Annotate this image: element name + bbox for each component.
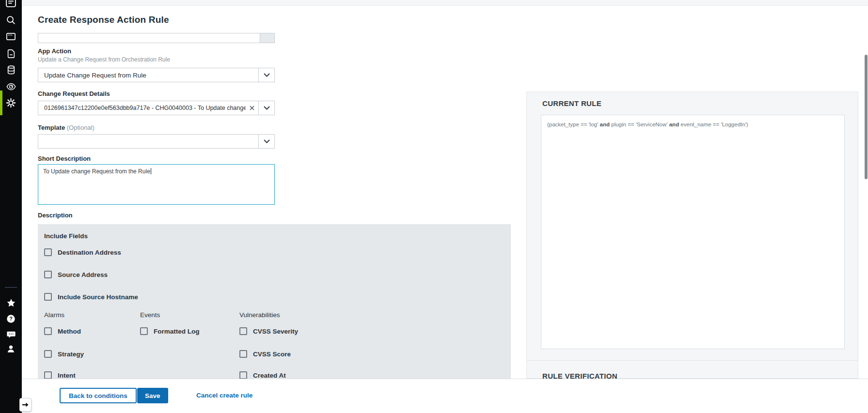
app-action-value: Update Change Request from Rule bbox=[38, 72, 258, 79]
checkbox-row-source-address[interactable]: Source Address bbox=[44, 271, 108, 278]
chevron-down-icon[interactable] bbox=[258, 135, 274, 148]
change-request-details-select[interactable]: 0126961347c12200e0ef563dbb9a717e - CHG00… bbox=[38, 101, 275, 115]
checkbox-label: Created At bbox=[253, 372, 286, 379]
rule-operator: and bbox=[669, 122, 679, 127]
app-action-label: App Action bbox=[38, 47, 71, 55]
left-nav-sidebar: ? bbox=[0, 0, 22, 413]
checkbox-label: CVSS Severity bbox=[253, 328, 298, 335]
page-background-strip bbox=[22, 0, 868, 6]
app-window-icon[interactable] bbox=[5, 31, 16, 42]
create-response-action-rule-page: ? Create Response Action Rule App Action… bbox=[0, 0, 868, 413]
description-include-fields-panel: Include Fields Destination Address Sourc… bbox=[38, 224, 511, 379]
short-description-textarea[interactable]: To Update change Request from the Rule bbox=[38, 164, 275, 205]
chat-feedback-icon[interactable] bbox=[5, 329, 16, 340]
formatted-log-checkbox[interactable] bbox=[140, 327, 148, 335]
save-button[interactable]: Save bbox=[137, 388, 168, 403]
search-icon[interactable] bbox=[5, 15, 16, 26]
star-favorites-icon[interactable] bbox=[5, 297, 16, 308]
description-label: Description bbox=[38, 212, 73, 219]
help-icon[interactable]: ? bbox=[5, 313, 16, 324]
checkbox-label: Intent bbox=[58, 372, 76, 379]
form-footer: Back to conditions Save Cancel create ru… bbox=[22, 379, 868, 413]
checkbox-label: Include Source Hostname bbox=[58, 293, 138, 301]
template-optional-text: (Optional) bbox=[67, 124, 95, 131]
method-checkbox[interactable] bbox=[44, 327, 52, 335]
rule-segment: (packet_type == 'log' bbox=[547, 122, 600, 127]
checkbox-row-cvss-score[interactable]: CVSS Score bbox=[239, 350, 291, 358]
eye-icon[interactable] bbox=[5, 81, 16, 92]
checkbox-label: Formatted Log bbox=[154, 328, 200, 335]
checkbox-label: Method bbox=[58, 328, 81, 335]
active-nav-indicator bbox=[0, 91, 2, 115]
checkbox-label: Strategy bbox=[58, 351, 84, 358]
rule-operator: and bbox=[600, 122, 610, 127]
checkbox-row-formatted-log[interactable]: Formatted Log bbox=[140, 327, 200, 335]
vertical-scrollbar-thumb[interactable] bbox=[865, 55, 868, 179]
checkbox-row-intent[interactable]: Intent bbox=[44, 371, 76, 379]
settings-gear-icon[interactable] bbox=[5, 97, 16, 108]
template-label: Template (Optional) bbox=[38, 124, 95, 131]
checkbox-row-created-at[interactable]: Created At bbox=[239, 371, 286, 379]
logo-icon[interactable] bbox=[5, 0, 16, 8]
template-label-text: Template bbox=[38, 124, 65, 131]
svg-text:?: ? bbox=[9, 316, 13, 321]
database-icon[interactable] bbox=[5, 64, 16, 76]
rule-summary-panel: CURRENT RULE (packet_type == 'log' and p… bbox=[526, 92, 858, 379]
change-request-details-label: Change Request Details bbox=[38, 90, 110, 97]
cvss-score-checkbox[interactable] bbox=[239, 350, 247, 358]
strategy-checkbox[interactable] bbox=[44, 350, 52, 358]
scrolled-select-partial[interactable] bbox=[38, 33, 275, 43]
text-cursor bbox=[151, 168, 151, 174]
sidebar-expand-button[interactable] bbox=[19, 398, 32, 412]
alarms-column-header: Alarms bbox=[44, 311, 64, 319]
template-select[interactable] bbox=[38, 134, 275, 149]
panel-section-divider bbox=[527, 360, 858, 361]
checkbox-label: Destination Address bbox=[58, 249, 121, 256]
short-description-value: To Update change Request from the Rule bbox=[43, 168, 150, 175]
rule-segment: event_name == 'LoggedIn') bbox=[679, 122, 748, 127]
user-profile-icon[interactable] bbox=[5, 343, 16, 354]
created-at-checkbox[interactable] bbox=[239, 371, 247, 379]
source-address-checkbox[interactable] bbox=[44, 271, 52, 278]
checkbox-row-cvss-severity[interactable]: CVSS Severity bbox=[239, 327, 298, 335]
events-column-header: Events bbox=[140, 311, 160, 319]
include-fields-title: Include Fields bbox=[44, 232, 88, 240]
chevron-down-icon[interactable] bbox=[258, 101, 274, 115]
intent-checkbox[interactable] bbox=[44, 371, 52, 379]
app-action-select[interactable]: Update Change Request from Rule bbox=[38, 68, 275, 82]
checkbox-row-strategy[interactable]: Strategy bbox=[44, 350, 84, 358]
checkbox-label: CVSS Score bbox=[253, 351, 291, 358]
vulnerabilities-column-header: Vulnerabilities bbox=[239, 311, 280, 319]
short-description-label: Short Description bbox=[38, 155, 91, 162]
document-icon[interactable] bbox=[5, 48, 16, 59]
checkbox-row-include-source-hostname[interactable]: Include Source Hostname bbox=[44, 293, 138, 301]
sidebar-divider bbox=[5, 287, 17, 288]
current-rule-title: CURRENT RULE bbox=[542, 99, 601, 107]
rule-segment: plugin == 'ServiceNow' bbox=[610, 122, 669, 127]
page-title: Create Response Action Rule bbox=[38, 15, 169, 25]
checkbox-row-method[interactable]: Method bbox=[44, 327, 81, 335]
include-source-hostname-checkbox[interactable] bbox=[44, 293, 52, 301]
current-rule-expression-box: (packet_type == 'log' and plugin == 'Ser… bbox=[541, 115, 845, 349]
back-to-conditions-button[interactable]: Back to conditions bbox=[60, 388, 137, 403]
chevron-down-icon[interactable] bbox=[258, 68, 274, 82]
app-action-hint: Update a Change Request from Orchestrati… bbox=[38, 56, 170, 63]
cvss-severity-checkbox[interactable] bbox=[239, 327, 247, 335]
clear-x-icon[interactable] bbox=[246, 101, 258, 115]
checkbox-row-destination-address[interactable]: Destination Address bbox=[44, 248, 121, 256]
destination-address-checkbox[interactable] bbox=[44, 248, 52, 256]
checkbox-label: Source Address bbox=[58, 271, 108, 278]
chevron-down-icon bbox=[260, 33, 274, 43]
right-arrow-icon bbox=[22, 402, 29, 408]
cancel-create-rule-link[interactable]: Cancel create rule bbox=[196, 392, 253, 399]
change-request-details-value: 0126961347c12200e0ef563dbb9a717e - CHG00… bbox=[38, 105, 246, 111]
